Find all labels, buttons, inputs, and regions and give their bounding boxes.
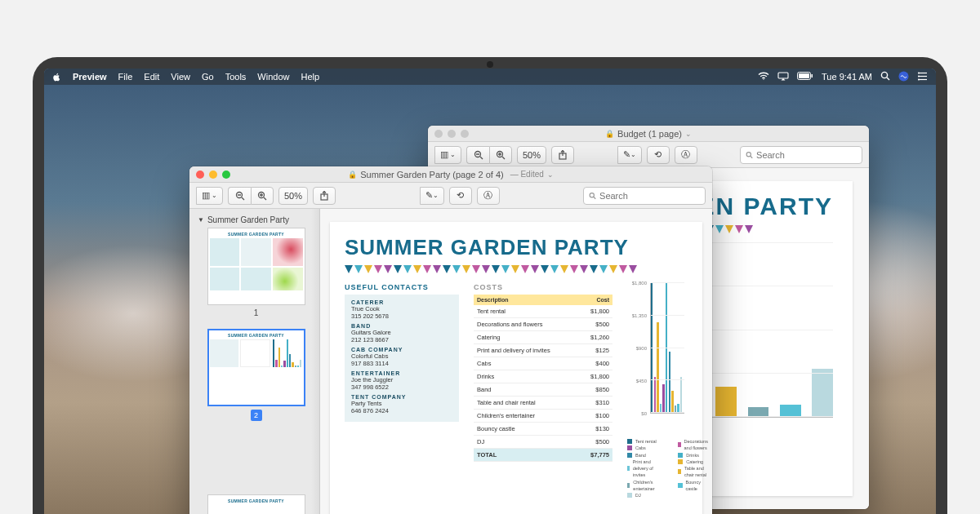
menu-tools[interactable]: Tools [225,72,247,82]
desktop: Preview File Edit View Go Tools Window H… [44,69,936,514]
zoom-level[interactable]: 50% [517,146,546,164]
cost-bar-chart: $1,800$1,350$900$450$0 [627,283,688,430]
wifi-icon[interactable] [758,72,769,82]
edited-indicator: — Edited [510,170,544,179]
zoom-out-button[interactable] [466,146,489,164]
menu-window[interactable]: Window [257,72,289,82]
document-page: SUMMER GARDEN PARTY USEFUL CONTACTS CATE… [330,222,702,514]
contacts-block: CATERERTrue Cook315 202 5678BANDGuitars … [345,295,459,422]
bar-cabs [662,384,664,413]
bar-decorations-and-flowers [654,377,656,413]
svg-point-23 [746,152,751,156]
airplay-icon[interactable] [777,72,789,82]
window-title: Budget (1 page) [617,129,682,139]
markup-button[interactable]: Ⓐ [675,146,697,164]
svg-line-6 [887,78,889,80]
traffic-lights[interactable] [196,171,230,179]
costs-header-desc: Description [474,295,579,305]
svg-point-13 [918,78,920,80]
svg-line-18 [502,157,505,159]
bar-drinks [666,283,667,413]
markup-button[interactable]: Ⓐ [477,187,500,205]
menu-file[interactable]: File [118,72,133,82]
minimize-button[interactable] [448,130,456,138]
menu-view[interactable]: View [171,72,190,82]
rotate-button[interactable]: ⟲ [449,187,472,205]
close-button[interactable] [434,130,443,138]
share-button[interactable] [313,187,336,205]
thumb-label: 1 [198,308,314,317]
zoom-out-button[interactable] [228,187,251,205]
siri-icon[interactable] [898,71,909,83]
thumbnail-page-2[interactable]: SUMMER GARDEN PARTY 2 [198,329,314,421]
titlebar[interactable]: 🔒 Summer Garden Party (page 2 of 4) — Ed… [189,166,712,183]
battery-icon[interactable] [797,72,813,82]
contacts-heading: USEFUL CONTACTS [345,283,459,291]
laptop-camera [487,61,493,68]
apple-logo-icon[interactable] [52,73,61,82]
bunting-decoration [345,265,688,275]
menu-go[interactable]: Go [202,72,214,82]
thumbs-header[interactable]: Summer Garden Party [198,214,314,228]
svg-point-34 [590,193,594,197]
svg-rect-4 [812,74,813,78]
highlight-button[interactable]: ✎ ⌄ [420,187,444,205]
document-area[interactable]: SUMMER GARDEN PARTY USEFUL CONTACTS CATE… [320,209,712,514]
view-mode-button[interactable]: ▥ ⌄ [434,146,461,164]
titlebar[interactable]: 🔒Budget (1 page)⌄ [428,126,869,142]
lock-icon: 🔒 [605,130,614,138]
rotate-button[interactable]: ⟲ [647,146,670,164]
macos-menubar: Preview File Edit View Go Tools Window H… [44,69,936,85]
spotlight-icon[interactable] [880,71,890,82]
share-button[interactable] [551,146,574,164]
zoom-button[interactable] [222,171,230,179]
toolbar: ▥ ⌄ 50% ✎ ⌄ ⟲ Ⓐ [428,142,869,168]
doc-title: SUMMER GARDEN PARTY [345,235,688,260]
zoom-in-button[interactable] [489,146,512,164]
svg-line-35 [594,197,595,198]
svg-line-15 [480,157,483,159]
svg-point-5 [881,72,887,78]
preview-window-summer-garden-party: 🔒 Summer Garden Party (page 2 of 4) — Ed… [189,166,712,514]
chart-legend: Tent rentalCabsBandPrint and delivery of… [627,438,688,498]
notification-center-icon[interactable] [917,72,928,82]
thumbnail-page-3[interactable]: SUMMER GARDEN PARTY [198,494,314,514]
search-icon [589,192,596,200]
menu-edit[interactable]: Edit [144,72,159,82]
highlight-button[interactable]: ✎ ⌄ [617,146,642,164]
bar-catering [657,322,658,413]
bar-band [669,352,670,413]
menu-help[interactable]: Help [301,72,319,82]
zoom-in-button[interactable] [251,187,274,205]
menubar-clock[interactable]: Tue 9:41 AM [822,72,872,82]
zoom-button[interactable] [461,130,469,138]
traffic-lights[interactable] [434,130,469,138]
bar-table-and-chair-rental [671,391,673,413]
zoom-level[interactable]: 50% [278,187,308,205]
chevron-down-icon[interactable]: ⌄ [547,171,554,179]
svg-line-29 [264,197,266,200]
menubar-app-name[interactable]: Preview [73,72,107,82]
toolbar: ▥ ⌄ 50% ✎ ⌄ ⟲ Ⓐ [189,183,712,209]
chevron-down-icon[interactable]: ⌄ [685,130,692,138]
svg-rect-3 [799,73,809,78]
thumb-label: 2 [251,410,262,421]
svg-rect-1 [778,73,788,78]
view-mode-button[interactable]: ▥ ⌄ [196,187,223,205]
thumbnail-page-1[interactable]: SUMMER GARDEN PARTY [198,228,314,317]
bar-tent-rental [651,283,653,413]
search-field[interactable] [583,187,706,205]
lock-icon: 🔒 [348,171,357,179]
svg-point-11 [918,72,920,73]
search-input[interactable] [599,191,700,201]
bar-dj [812,369,833,417]
bar-bouncy-castle [780,405,801,417]
search-input[interactable] [756,150,857,160]
bar-table-and-chair-rental [715,387,737,417]
minimize-button[interactable] [209,171,217,179]
window-title: Summer Garden Party (page 2 of 4) [360,170,503,179]
thumbnails-sidebar[interactable]: Summer Garden Party SUMMER GARDEN PARTY [189,209,320,514]
svg-point-12 [918,75,920,77]
close-button[interactable] [196,171,204,179]
search-field[interactable] [740,146,862,164]
